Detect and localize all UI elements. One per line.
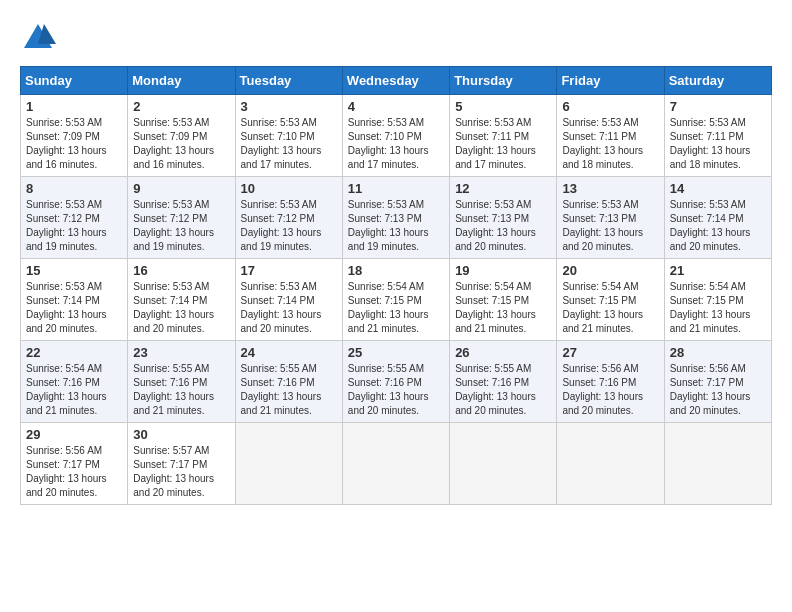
day-info: Sunrise: 5:55 AM Sunset: 7:16 PM Dayligh…: [241, 362, 337, 418]
col-tuesday: Tuesday: [235, 67, 342, 95]
table-row: 7 Sunrise: 5:53 AM Sunset: 7:11 PM Dayli…: [664, 95, 771, 177]
day-number: 15: [26, 263, 122, 278]
day-info: Sunrise: 5:54 AM Sunset: 7:15 PM Dayligh…: [670, 280, 766, 336]
day-number: 11: [348, 181, 444, 196]
table-row: 16 Sunrise: 5:53 AM Sunset: 7:14 PM Dayl…: [128, 259, 235, 341]
calendar-week-row: 22 Sunrise: 5:54 AM Sunset: 7:16 PM Dayl…: [21, 341, 772, 423]
table-row: 22 Sunrise: 5:54 AM Sunset: 7:16 PM Dayl…: [21, 341, 128, 423]
day-info: Sunrise: 5:53 AM Sunset: 7:11 PM Dayligh…: [562, 116, 658, 172]
page-header: [20, 20, 772, 56]
table-row: [235, 423, 342, 505]
table-row: 30 Sunrise: 5:57 AM Sunset: 7:17 PM Dayl…: [128, 423, 235, 505]
day-info: Sunrise: 5:56 AM Sunset: 7:17 PM Dayligh…: [670, 362, 766, 418]
day-info: Sunrise: 5:53 AM Sunset: 7:10 PM Dayligh…: [241, 116, 337, 172]
table-row: 12 Sunrise: 5:53 AM Sunset: 7:13 PM Dayl…: [450, 177, 557, 259]
table-row: 8 Sunrise: 5:53 AM Sunset: 7:12 PM Dayli…: [21, 177, 128, 259]
col-monday: Monday: [128, 67, 235, 95]
col-wednesday: Wednesday: [342, 67, 449, 95]
day-number: 8: [26, 181, 122, 196]
table-row: 13 Sunrise: 5:53 AM Sunset: 7:13 PM Dayl…: [557, 177, 664, 259]
day-info: Sunrise: 5:53 AM Sunset: 7:09 PM Dayligh…: [26, 116, 122, 172]
calendar-week-row: 15 Sunrise: 5:53 AM Sunset: 7:14 PM Dayl…: [21, 259, 772, 341]
day-info: Sunrise: 5:53 AM Sunset: 7:12 PM Dayligh…: [133, 198, 229, 254]
logo: [20, 20, 62, 56]
day-number: 24: [241, 345, 337, 360]
day-info: Sunrise: 5:53 AM Sunset: 7:14 PM Dayligh…: [133, 280, 229, 336]
day-info: Sunrise: 5:53 AM Sunset: 7:13 PM Dayligh…: [348, 198, 444, 254]
day-info: Sunrise: 5:54 AM Sunset: 7:15 PM Dayligh…: [348, 280, 444, 336]
day-number: 1: [26, 99, 122, 114]
table-row: 26 Sunrise: 5:55 AM Sunset: 7:16 PM Dayl…: [450, 341, 557, 423]
day-info: Sunrise: 5:55 AM Sunset: 7:16 PM Dayligh…: [348, 362, 444, 418]
day-number: 26: [455, 345, 551, 360]
table-row: 6 Sunrise: 5:53 AM Sunset: 7:11 PM Dayli…: [557, 95, 664, 177]
day-number: 7: [670, 99, 766, 114]
day-number: 13: [562, 181, 658, 196]
day-info: Sunrise: 5:55 AM Sunset: 7:16 PM Dayligh…: [133, 362, 229, 418]
day-info: Sunrise: 5:53 AM Sunset: 7:10 PM Dayligh…: [348, 116, 444, 172]
day-info: Sunrise: 5:53 AM Sunset: 7:13 PM Dayligh…: [455, 198, 551, 254]
day-number: 9: [133, 181, 229, 196]
day-number: 25: [348, 345, 444, 360]
table-row: 5 Sunrise: 5:53 AM Sunset: 7:11 PM Dayli…: [450, 95, 557, 177]
day-info: Sunrise: 5:53 AM Sunset: 7:14 PM Dayligh…: [670, 198, 766, 254]
table-row: 18 Sunrise: 5:54 AM Sunset: 7:15 PM Dayl…: [342, 259, 449, 341]
calendar-week-row: 8 Sunrise: 5:53 AM Sunset: 7:12 PM Dayli…: [21, 177, 772, 259]
day-info: Sunrise: 5:53 AM Sunset: 7:11 PM Dayligh…: [455, 116, 551, 172]
day-info: Sunrise: 5:54 AM Sunset: 7:15 PM Dayligh…: [562, 280, 658, 336]
day-info: Sunrise: 5:54 AM Sunset: 7:16 PM Dayligh…: [26, 362, 122, 418]
table-row: 23 Sunrise: 5:55 AM Sunset: 7:16 PM Dayl…: [128, 341, 235, 423]
table-row: 17 Sunrise: 5:53 AM Sunset: 7:14 PM Dayl…: [235, 259, 342, 341]
table-row: 3 Sunrise: 5:53 AM Sunset: 7:10 PM Dayli…: [235, 95, 342, 177]
day-number: 21: [670, 263, 766, 278]
day-number: 12: [455, 181, 551, 196]
day-number: 3: [241, 99, 337, 114]
table-row: 28 Sunrise: 5:56 AM Sunset: 7:17 PM Dayl…: [664, 341, 771, 423]
day-info: Sunrise: 5:54 AM Sunset: 7:15 PM Dayligh…: [455, 280, 551, 336]
table-row: 24 Sunrise: 5:55 AM Sunset: 7:16 PM Dayl…: [235, 341, 342, 423]
day-info: Sunrise: 5:56 AM Sunset: 7:17 PM Dayligh…: [26, 444, 122, 500]
table-row: [450, 423, 557, 505]
table-row: [342, 423, 449, 505]
day-number: 5: [455, 99, 551, 114]
table-row: 15 Sunrise: 5:53 AM Sunset: 7:14 PM Dayl…: [21, 259, 128, 341]
table-row: 2 Sunrise: 5:53 AM Sunset: 7:09 PM Dayli…: [128, 95, 235, 177]
col-sunday: Sunday: [21, 67, 128, 95]
day-number: 27: [562, 345, 658, 360]
calendar: Sunday Monday Tuesday Wednesday Thursday…: [20, 66, 772, 505]
calendar-header-row: Sunday Monday Tuesday Wednesday Thursday…: [21, 67, 772, 95]
table-row: [664, 423, 771, 505]
table-row: 1 Sunrise: 5:53 AM Sunset: 7:09 PM Dayli…: [21, 95, 128, 177]
col-friday: Friday: [557, 67, 664, 95]
day-info: Sunrise: 5:57 AM Sunset: 7:17 PM Dayligh…: [133, 444, 229, 500]
day-number: 4: [348, 99, 444, 114]
day-info: Sunrise: 5:56 AM Sunset: 7:16 PM Dayligh…: [562, 362, 658, 418]
day-number: 16: [133, 263, 229, 278]
col-saturday: Saturday: [664, 67, 771, 95]
day-number: 10: [241, 181, 337, 196]
table-row: 10 Sunrise: 5:53 AM Sunset: 7:12 PM Dayl…: [235, 177, 342, 259]
calendar-week-row: 29 Sunrise: 5:56 AM Sunset: 7:17 PM Dayl…: [21, 423, 772, 505]
day-number: 19: [455, 263, 551, 278]
day-number: 23: [133, 345, 229, 360]
day-number: 14: [670, 181, 766, 196]
table-row: 19 Sunrise: 5:54 AM Sunset: 7:15 PM Dayl…: [450, 259, 557, 341]
table-row: 11 Sunrise: 5:53 AM Sunset: 7:13 PM Dayl…: [342, 177, 449, 259]
table-row: 14 Sunrise: 5:53 AM Sunset: 7:14 PM Dayl…: [664, 177, 771, 259]
day-info: Sunrise: 5:53 AM Sunset: 7:13 PM Dayligh…: [562, 198, 658, 254]
day-number: 22: [26, 345, 122, 360]
table-row: 4 Sunrise: 5:53 AM Sunset: 7:10 PM Dayli…: [342, 95, 449, 177]
day-number: 6: [562, 99, 658, 114]
table-row: 29 Sunrise: 5:56 AM Sunset: 7:17 PM Dayl…: [21, 423, 128, 505]
day-number: 28: [670, 345, 766, 360]
day-number: 18: [348, 263, 444, 278]
col-thursday: Thursday: [450, 67, 557, 95]
day-info: Sunrise: 5:53 AM Sunset: 7:09 PM Dayligh…: [133, 116, 229, 172]
day-info: Sunrise: 5:53 AM Sunset: 7:12 PM Dayligh…: [241, 198, 337, 254]
table-row: 21 Sunrise: 5:54 AM Sunset: 7:15 PM Dayl…: [664, 259, 771, 341]
table-row: 9 Sunrise: 5:53 AM Sunset: 7:12 PM Dayli…: [128, 177, 235, 259]
table-row: 20 Sunrise: 5:54 AM Sunset: 7:15 PM Dayl…: [557, 259, 664, 341]
table-row: 27 Sunrise: 5:56 AM Sunset: 7:16 PM Dayl…: [557, 341, 664, 423]
table-row: 25 Sunrise: 5:55 AM Sunset: 7:16 PM Dayl…: [342, 341, 449, 423]
logo-icon: [20, 20, 56, 56]
